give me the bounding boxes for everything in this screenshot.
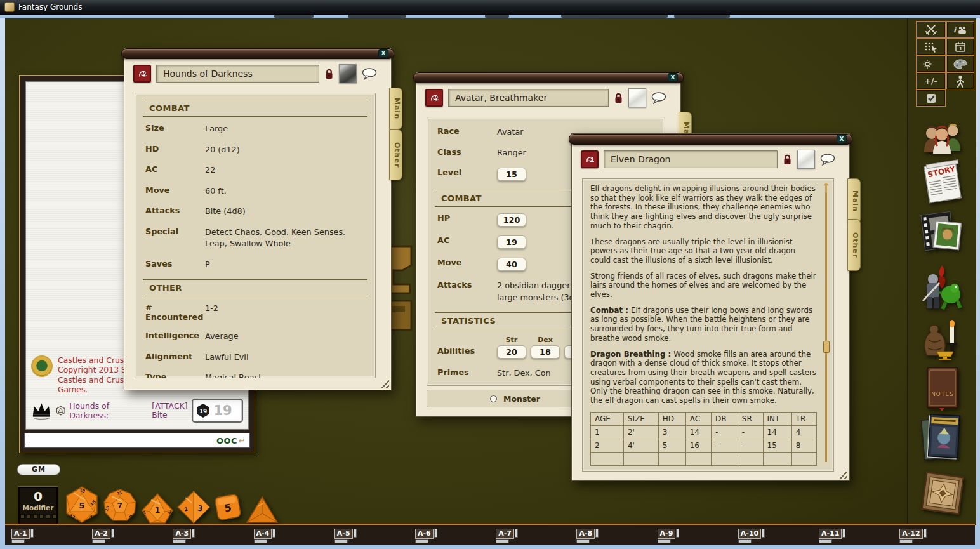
chat-input[interactable]: OOC ↵ — [24, 433, 250, 448]
table-cell[interactable]: 5 — [658, 439, 685, 453]
d8-die[interactable]: 3 2 — [176, 490, 211, 527]
field-value[interactable]: 20 (d12) — [205, 144, 368, 156]
table-cell[interactable]: 3 — [658, 426, 685, 439]
hotkey-tab-a-5[interactable]: A-5 — [334, 526, 357, 543]
sidebar-item-library[interactable] — [920, 413, 962, 467]
hotkey-tab-a-11[interactable]: A-11 — [819, 526, 845, 543]
sheet-name-field[interactable]: Hounds of Darkness — [156, 65, 319, 83]
hotkey-tab-a-8[interactable]: A-8 — [576, 526, 599, 543]
plus-minus-icon[interactable]: +/- — [916, 72, 946, 89]
table-cell[interactable]: 4' — [623, 439, 658, 453]
story-text[interactable]: Elf dragons delight in wrapping illusion… — [590, 184, 817, 410]
table-cell[interactable] — [685, 453, 711, 466]
field-value[interactable]: 19 — [497, 235, 526, 249]
table-cell[interactable]: - — [712, 426, 738, 439]
grid-select-icon[interactable] — [916, 38, 946, 55]
scrollbar-decorative[interactable] — [825, 187, 827, 462]
tab-other[interactable]: Other — [389, 129, 402, 180]
sidebar-item-story[interactable]: STORY — [922, 159, 963, 208]
table-cell[interactable]: - — [712, 439, 738, 453]
sidebar-item-images[interactable] — [919, 208, 963, 258]
tab-main[interactable]: Main — [389, 88, 402, 129]
d6-die[interactable]: 5 — [213, 493, 242, 524]
field-value[interactable]: 22 — [205, 164, 368, 176]
token-image-thumbnail[interactable] — [797, 150, 815, 169]
resize-grip[interactable] — [378, 377, 389, 388]
monster-radio[interactable] — [490, 395, 497, 402]
table-cell[interactable]: 8 — [791, 439, 816, 453]
hotkey-tab-a-2[interactable]: A-2 — [92, 526, 114, 543]
ability-score[interactable]: 20 — [497, 345, 526, 359]
lock-icon[interactable] — [324, 68, 334, 80]
field-value[interactable]: 15 — [497, 168, 526, 181]
chat-mode-ooc[interactable]: OOC — [216, 436, 237, 446]
calendar-icon[interactable]: 1 — [946, 38, 974, 55]
field-value[interactable]: P — [205, 259, 368, 271]
hotkey-tab-a-12[interactable]: A-12 — [899, 526, 926, 543]
scrollbar-handle[interactable] — [823, 341, 830, 353]
table-cell[interactable]: - — [738, 439, 763, 453]
palette-icon[interactable] — [946, 55, 974, 72]
field-value[interactable]: Bite (4d8) — [205, 206, 368, 218]
tab-main[interactable]: Main — [847, 178, 861, 224]
field-value[interactable]: Average — [205, 331, 368, 343]
sidebar-item-notes[interactable]: NOTES — [924, 366, 961, 414]
dragon-link-icon[interactable] — [581, 150, 599, 168]
lock-icon[interactable] — [614, 92, 623, 104]
d4-die[interactable] — [245, 495, 279, 527]
field-value[interactable]: 40 — [497, 258, 526, 271]
story-name-field[interactable]: Elven Dragon — [604, 150, 778, 168]
field-value[interactable]: 60 ft. — [205, 185, 368, 197]
close-icon[interactable]: X — [378, 49, 388, 58]
table-cell[interactable]: 1 — [591, 426, 624, 439]
dragon-link-icon[interactable] — [425, 89, 443, 107]
table-cell[interactable] — [791, 453, 816, 466]
table-cell[interactable] — [658, 453, 685, 466]
hotkey-tab-a-9[interactable]: A-9 — [658, 526, 680, 543]
table-cell[interactable] — [738, 453, 763, 466]
close-icon[interactable]: X — [837, 135, 847, 143]
identities-icon[interactable]: i — [946, 21, 974, 38]
sheet-name-field[interactable]: Avatar, Breathmaker — [448, 89, 609, 107]
field-value[interactable]: 1-2 — [205, 303, 368, 315]
dragon-link-icon[interactable] — [133, 65, 151, 83]
hotkey-tab-a-1[interactable]: A-1 — [11, 526, 34, 543]
window-drag-bar[interactable] — [121, 48, 394, 59]
sidebar-item-characters[interactable] — [919, 113, 965, 157]
table-cell[interactable]: 14 — [685, 426, 711, 439]
table-cell[interactable]: 16 — [685, 439, 711, 453]
field-value[interactable]: Lawful Evil — [205, 352, 368, 364]
tab-other[interactable]: Other — [847, 219, 861, 271]
field-value[interactable]: 120 — [497, 213, 526, 227]
token-image-thumbnail[interactable] — [339, 64, 357, 83]
table-cell[interactable] — [623, 453, 658, 466]
speech-bubble-icon[interactable] — [362, 68, 377, 80]
gm-identity-button[interactable]: GM — [17, 464, 60, 475]
table-cell[interactable]: 2 — [591, 439, 624, 453]
table-cell[interactable] — [591, 453, 624, 466]
hotkey-tab-a-6[interactable]: A-6 — [415, 526, 437, 543]
day-night-icon[interactable] — [916, 55, 946, 72]
window-drag-bar[interactable] — [569, 134, 852, 145]
hotkey-tab-a-3[interactable]: A-3 — [173, 526, 195, 543]
close-icon[interactable]: X — [668, 73, 678, 82]
sidebar-item-items[interactable] — [920, 315, 963, 363]
crossed-swords-icon[interactable] — [916, 21, 946, 38]
person-token-icon[interactable] — [946, 72, 974, 89]
speech-bubble-icon[interactable] — [651, 92, 666, 104]
table-cell[interactable]: 2' — [623, 426, 658, 439]
d12-die[interactable]: 7 11 10 8 — [103, 489, 137, 526]
sidebar-item-tokens[interactable] — [920, 470, 965, 520]
field-value[interactable]: Magical Beast — [205, 372, 368, 378]
sidebar-item-personalities[interactable] — [918, 264, 965, 316]
table-cell[interactable] — [712, 453, 738, 466]
modifier-box[interactable]: 0 Modifier — [18, 486, 58, 526]
field-value[interactable]: Detect Chaos, Good, Keen Senses, Leap, S… — [205, 227, 368, 250]
field-value[interactable]: Large — [205, 123, 368, 135]
table-cell[interactable] — [763, 453, 791, 466]
speech-bubble-icon[interactable] — [820, 154, 835, 166]
table-cell[interactable]: 15 — [763, 439, 791, 453]
table-cell[interactable]: 14 — [763, 426, 791, 439]
window-titlebar[interactable]: Fantasy Grounds — [0, 0, 980, 15]
lock-icon[interactable] — [783, 154, 792, 166]
